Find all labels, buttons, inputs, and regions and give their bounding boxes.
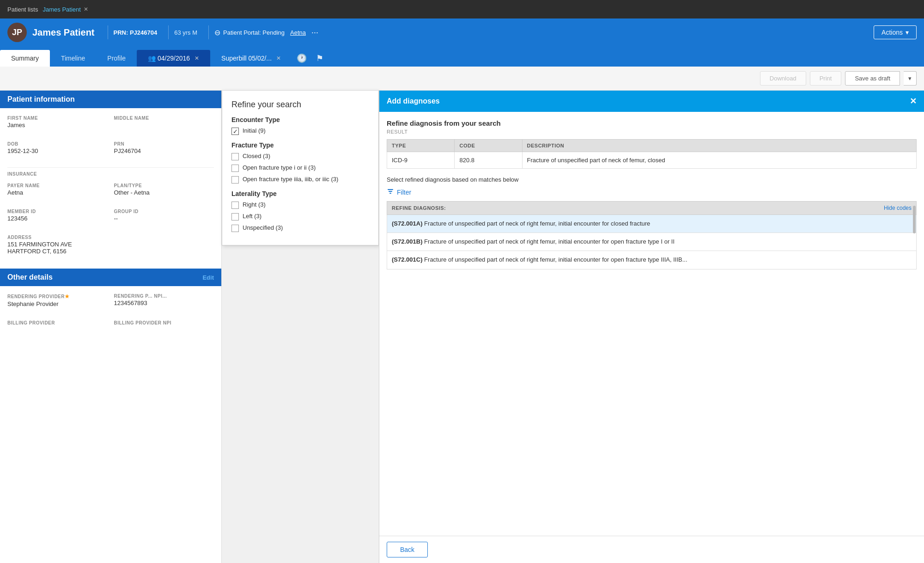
checkbox-open-1-2-label: Open fracture type i or ii (3) [243,164,316,171]
plan-type-label: PLAN/TYPE [114,183,214,188]
add-diagnoses-title: Add diagnoses [387,97,440,105]
tab-timeline-label: Timeline [61,55,85,62]
middle-name-row: MIDDLE NAME [114,116,214,129]
checkbox-unspecified-label: Unspecified (3) [243,224,283,231]
rendering-npi-row: RENDERING P... NPI... 1234567893 [114,294,214,307]
checkbox-unspecified[interactable]: Unspecified (3) [231,224,369,232]
dx-desc-1: Fracture of unspecified part of neck of … [424,238,675,245]
patient-tab[interactable]: James Patient ✕ [43,6,88,13]
tab-profile[interactable]: Profile [96,50,137,67]
select-refined-text: Select refined diagnosis based on matche… [387,176,917,183]
rendering-provider-value: Stephanie Provider [7,300,108,307]
add-diagnoses-close-icon[interactable]: ✕ [910,96,917,106]
actions-button[interactable]: Actions ▾ [874,25,917,39]
payer-name-label: PAYER NAME [7,183,108,188]
col-code: CODE [455,140,522,152]
refine-diagnosis-label: REFINE DIAGNOSIS: [392,205,446,211]
filter-link[interactable]: Filter [397,189,411,196]
history-tab-icon[interactable]: 🕐 [292,50,311,67]
dx-list-item-2[interactable]: (S72.001C) Fracture of unspecified part … [387,251,917,269]
header-divider [108,25,108,39]
member-group-grid: MEMBER ID 123456 GROUP ID -- [7,209,214,228]
billing-npi-label: BILLING PROVIDER NPI [114,320,214,325]
main-content: Patient information FIRST NAME James MID… [0,91,924,563]
first-name-row: FIRST NAME James [7,116,108,129]
address-line2: HARTFORD CT, 6156 [7,248,214,255]
col-description: DESCRIPTION [522,140,916,152]
rendering-grid: RENDERING PROVIDER★ Stephanie Provider R… [7,294,214,314]
scrollbar[interactable] [913,206,916,233]
checkbox-unspecified-box[interactable] [231,225,239,232]
avatar: JP [7,23,27,42]
group-id-row: GROUP ID -- [114,209,214,222]
checkbox-open-3-label: Open fracture type iiia, iiib, or iiic (… [243,176,338,183]
flag-tab-icon[interactable]: ⚑ [311,50,328,67]
checkbox-left[interactable]: Left (3) [231,213,369,220]
history-icon: 🕐 [297,53,307,63]
checkbox-open-1-2[interactable]: Open fracture type i or ii (3) [231,164,369,172]
save-dropdown-arrow[interactable]: ▾ [904,71,917,86]
checkbox-closed[interactable]: Closed (3) [231,153,369,160]
checkbox-left-box[interactable] [231,213,239,220]
add-diagnoses-header: Add diagnoses ✕ [379,91,924,112]
payer-grid: PAYER NAME Aetna PLAN/TYPE Other - Aetna [7,183,214,202]
group-id-label: GROUP ID [114,209,214,214]
payer-name-value: Aetna [7,189,108,196]
patient-tab-close-icon[interactable]: ✕ [84,6,88,12]
checkbox-initial-box[interactable]: ✓ [231,128,239,135]
checkbox-initial[interactable]: ✓ Initial (9) [231,127,369,135]
filter-row[interactable]: Filter [387,188,917,196]
header-divider-3 [208,25,209,39]
tab-superbill[interactable]: Superbill 05/02/... ✕ [210,50,292,67]
payer-name-row: PAYER NAME Aetna [7,183,108,196]
download-button[interactable]: Download [760,71,806,86]
tab-superbill-label: Superbill 05/02/... [221,55,272,62]
result-label: RESULT [387,129,917,135]
tab-superbill-close[interactable]: ✕ [276,55,281,61]
tab-bar: Summary Timeline Profile 👥 04/29/2016 ✕ … [0,46,924,67]
member-id-label: MEMBER ID [7,209,108,214]
checkbox-right[interactable]: Right (3) [231,201,369,209]
back-button[interactable]: Back [387,542,428,557]
tab-profile-label: Profile [107,55,126,62]
laterality-type-title: Laterality Type [231,190,369,197]
checkbox-left-label: Left (3) [243,213,261,220]
checkbox-open-3[interactable]: Open fracture type iiia, iiib, or iiic (… [231,176,369,184]
edit-link[interactable]: Edit [202,274,214,281]
tab-summary[interactable]: Summary [0,50,50,67]
checkbox-right-box[interactable] [231,202,239,209]
checkbox-open-1-2-box[interactable] [231,165,239,172]
patient-portal: ⊖ Patient Portal: Pending [214,28,285,37]
tab-encounter[interactable]: 👥 04/29/2016 ✕ [137,50,210,67]
dx-desc-0: Fracture of unspecified part of neck of … [424,220,650,227]
svg-rect-2 [389,193,391,194]
dx-list-item-1[interactable]: (S72.001B) Fracture of unspecified part … [387,233,917,251]
middle-name-label: MIDDLE NAME [114,116,214,121]
other-details-header: Other details Edit [0,269,221,286]
print-button[interactable]: Print [810,71,842,86]
dob-row: DOB 1952-12-30 [7,141,108,154]
first-name-label: FIRST NAME [7,116,108,121]
billing-grid: BILLING PROVIDER BILLING PROVIDER NPI [7,320,214,333]
col-type: TYPE [387,140,455,152]
checkbox-open-3-box[interactable] [231,176,239,184]
save-as-draft-button[interactable]: Save as draft [845,71,900,86]
checkbox-closed-box[interactable] [231,153,239,160]
rendering-provider-label: RENDERING PROVIDER★ [7,294,108,300]
row-code: 820.8 [455,152,522,169]
tab-timeline[interactable]: Timeline [50,50,96,67]
other-details-title: Other details [7,273,53,282]
prn-field-value: PJ246704 [114,147,214,154]
hide-codes-link[interactable]: Hide codes [884,205,912,211]
tab-encounter-label: 04/29/2016 [158,55,190,62]
dots-menu[interactable]: ··· [311,28,318,37]
payer-link[interactable]: Aetna [290,29,306,36]
people-icon: 👥 [148,55,156,62]
dx-list-item-0[interactable]: (S72.001A) Fracture of unspecified part … [387,215,917,233]
patient-lists-label: Patient lists [7,6,38,13]
tab-encounter-close[interactable]: ✕ [195,55,199,61]
checkbox-initial-label: Initial (9) [243,127,266,134]
first-name-value: James [7,122,108,129]
fracture-type-title: Fracture Type [231,141,369,149]
checkbox-closed-label: Closed (3) [243,153,270,159]
